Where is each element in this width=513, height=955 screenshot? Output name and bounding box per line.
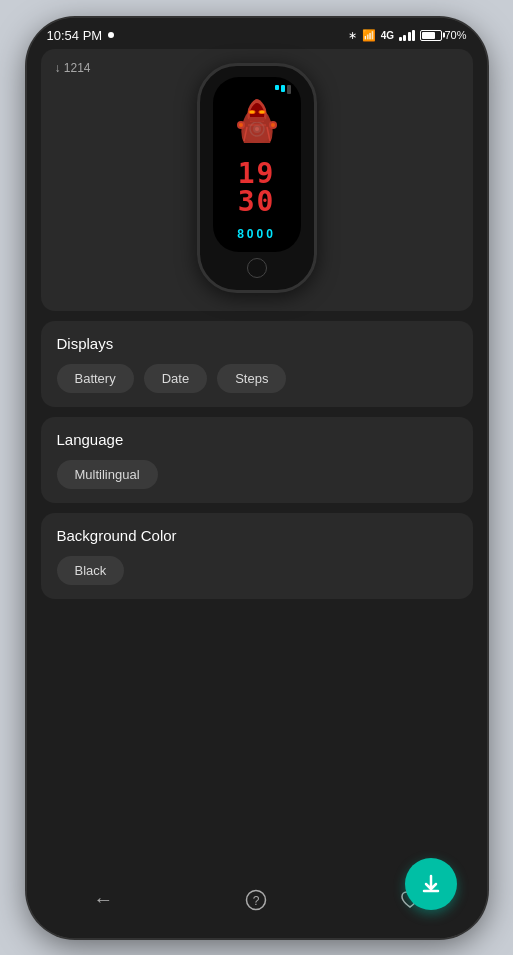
signal-icon: [399, 30, 416, 41]
battery-bar: [420, 30, 442, 41]
chip-multilingual[interactable]: Multilingual: [57, 460, 158, 489]
chip-steps[interactable]: Steps: [217, 364, 286, 393]
language-chips-row: Multilingual: [57, 460, 457, 489]
watch-preview: ↓ 1214: [41, 49, 473, 311]
download-count: ↓ 1214: [55, 61, 91, 75]
chip-black[interactable]: Black: [57, 556, 125, 585]
wifi-icon: 📶: [362, 29, 376, 42]
status-dot: [108, 32, 114, 38]
ironman-svg: [228, 91, 286, 149]
bottom-nav: ← ?: [27, 868, 487, 938]
download-fab-icon: [419, 872, 443, 896]
watch-screen: 19 30 8000: [213, 77, 301, 252]
time-minute: 30: [238, 188, 276, 216]
displays-chips-row: Battery Date Steps: [57, 364, 457, 393]
language-section: Language Multilingual: [41, 417, 473, 503]
time-text: 10:54 PM: [47, 28, 103, 43]
status-time: 10:54 PM: [47, 28, 115, 43]
phone-screen: 10:54 PM ∗ 📶 4G 70% ↓ 1214: [27, 18, 487, 938]
battery-fill: [422, 32, 435, 39]
background-color-section: Background Color Black: [41, 513, 473, 599]
watch-device: 19 30 8000: [197, 63, 317, 293]
help-icon: ?: [245, 889, 267, 911]
svg-point-11: [271, 123, 275, 127]
battery-percent: 70%: [444, 29, 466, 41]
time-hour: 19: [238, 160, 276, 188]
back-button[interactable]: ←: [83, 880, 123, 920]
chip-date[interactable]: Date: [144, 364, 207, 393]
chip-battery[interactable]: Battery: [57, 364, 134, 393]
watch-ironman-graphic: [222, 90, 292, 150]
svg-point-6: [249, 111, 254, 113]
background-color-title: Background Color: [57, 527, 457, 544]
network-4g-icon: 4G: [381, 30, 394, 41]
settings-area: Displays Battery Date Steps Language: [27, 321, 487, 868]
download-fab-button[interactable]: [405, 858, 457, 910]
watch-time: 19 30: [238, 160, 276, 216]
svg-text:?: ?: [253, 893, 260, 907]
displays-title: Displays: [57, 335, 457, 352]
help-button[interactable]: ?: [236, 880, 276, 920]
status-bar: 10:54 PM ∗ 📶 4G 70%: [27, 18, 487, 49]
svg-point-9: [239, 123, 243, 127]
bluetooth-icon: ∗: [348, 29, 357, 42]
phone-frame: 10:54 PM ∗ 📶 4G 70% ↓ 1214: [27, 18, 487, 938]
battery-icon: 70%: [420, 29, 466, 41]
watch-home-button[interactable]: [247, 258, 267, 278]
displays-section: Displays Battery Date Steps: [41, 321, 473, 407]
svg-point-7: [259, 111, 264, 113]
language-title: Language: [57, 431, 457, 448]
watch-steps: 8000: [237, 227, 276, 241]
bg-color-chips-row: Black: [57, 556, 457, 585]
status-icons: ∗ 📶 4G 70%: [348, 29, 467, 42]
